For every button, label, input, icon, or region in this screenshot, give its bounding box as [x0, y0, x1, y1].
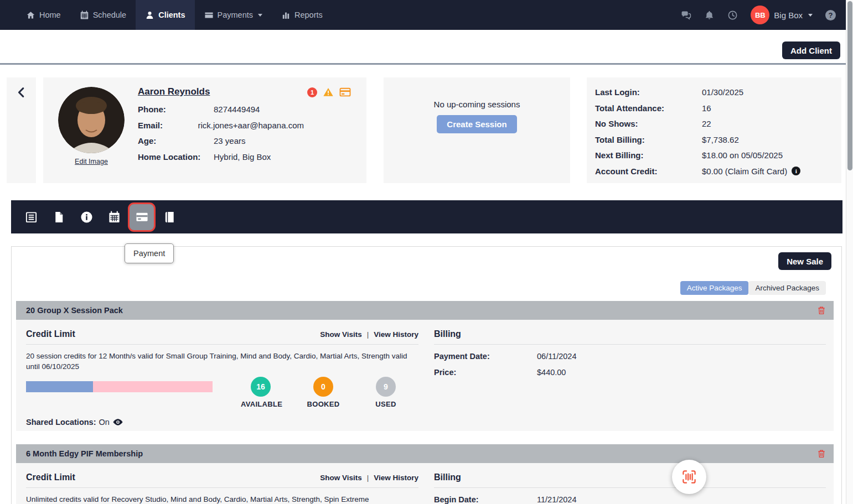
credit-limit-section: Credit Limit Show Visits|View History Un…: [26, 472, 418, 504]
billing-value: $440.00: [537, 368, 566, 377]
home-icon: [26, 11, 35, 20]
client-stats-card: Last Login: 01/30/2025 Total Attendance:…: [587, 77, 841, 183]
tab-overview[interactable]: [17, 200, 45, 233]
package-card: 20 Group X Session Pack Credit Limit Sho…: [16, 301, 834, 431]
nav-item-home[interactable]: Home: [17, 0, 70, 30]
billing-row: Begin Date: 11/21/2024: [434, 495, 826, 504]
client-field-row: Phone: 8274449494: [138, 105, 304, 115]
chat-icon[interactable]: [681, 10, 691, 20]
nav-item-schedule[interactable]: Schedule: [70, 0, 136, 30]
package-tabs: Active Packages Archived Packages: [680, 281, 826, 295]
clock-icon[interactable]: [727, 10, 738, 20]
stat-row: Account Credit: $0.00 (Claim Gift Card): [595, 166, 833, 176]
tab-payment[interactable]: [128, 200, 156, 233]
create-session-button[interactable]: Create Session: [437, 115, 516, 133]
nav-item-reports[interactable]: Reports: [272, 0, 332, 30]
info-icon: [80, 211, 93, 224]
calendar-icon: [80, 11, 89, 20]
barcode-scan-icon: [681, 469, 697, 485]
tab-archived-packages[interactable]: Archived Packages: [748, 281, 826, 295]
calendar-icon: [108, 211, 121, 224]
package-title: 20 Group X Session Pack: [26, 306, 123, 315]
back-button[interactable]: [7, 77, 36, 183]
link-separator: |: [362, 330, 374, 339]
show-visits-link[interactable]: Show Visits: [320, 474, 362, 482]
link-separator: |: [362, 474, 374, 482]
client-field-row: Age: 23 years: [138, 136, 304, 147]
add-client-button[interactable]: Add Client: [782, 41, 840, 59]
divider: [26, 344, 418, 345]
client-name-link[interactable]: Aaron Reynolds: [138, 86, 210, 97]
delete-package-icon[interactable]: [817, 306, 826, 315]
stat-row: Total Attendance: 16: [595, 103, 833, 113]
view-history-link[interactable]: View History: [374, 330, 418, 339]
tab-notes[interactable]: [156, 200, 183, 233]
stat-value: $0.00 (Claim Gift Card): [702, 166, 787, 176]
nav-item-payments[interactable]: Payments: [195, 0, 272, 30]
eye-icon[interactable]: [112, 417, 123, 428]
stat-row: Total Billing: $7,738.62: [595, 134, 833, 145]
account-menu[interactable]: BB Big Box: [751, 6, 813, 24]
warning-icon[interactable]: [323, 87, 334, 97]
credit-card-icon: [204, 11, 214, 20]
stat-label: Next Billing:: [595, 150, 702, 160]
credit-limit-title: Credit Limit: [26, 472, 75, 482]
nav-item-label: Clients: [158, 11, 185, 19]
field-label: Age:: [138, 136, 214, 147]
tab-schedule[interactable]: [100, 200, 128, 233]
billing-label: Begin Date:: [434, 495, 537, 504]
tab-info[interactable]: [73, 200, 100, 233]
stat-label: Account Credit:: [595, 166, 702, 176]
stat-value: $7,738.62: [702, 134, 739, 145]
list-icon: [25, 211, 38, 224]
used-badge: 9 USED: [366, 377, 406, 408]
show-visits-link[interactable]: Show Visits: [320, 330, 362, 339]
credit-limit-section: Credit Limit Show Visits|View History 20…: [26, 329, 418, 428]
package-header: 20 Group X Session Pack: [16, 301, 834, 320]
field-label: Phone:: [138, 105, 214, 115]
stat-row: Next Billing: $18.00 on 05/05/2025: [595, 150, 833, 160]
stat-label: No Shows:: [595, 118, 702, 129]
new-sale-button[interactable]: New Sale: [778, 252, 831, 270]
info-icon[interactable]: [792, 167, 800, 175]
credit-card-orange-icon[interactable]: [339, 87, 351, 97]
usage-row: 16 AVAILABLE 0 BOOKED 9 USED: [26, 377, 418, 408]
available-label: AVAILABLE: [241, 400, 281, 408]
barcode-scan-button[interactable]: [672, 460, 706, 494]
tab-active-packages[interactable]: Active Packages: [680, 281, 749, 295]
client-fields: Phone: 8274449494 Email: rick.jones+aar@…: [138, 105, 304, 162]
credit-limit-title: Credit Limit: [26, 329, 75, 339]
stat-row: Last Login: 01/30/2025: [595, 87, 833, 97]
notification-badge[interactable]: 1: [307, 87, 317, 97]
view-history-link[interactable]: View History: [374, 474, 418, 482]
nav-item-clients[interactable]: Clients: [136, 0, 194, 30]
divider: [26, 487, 418, 488]
payment-tooltip: Payment: [125, 243, 174, 263]
stat-value: 16: [702, 103, 711, 113]
scrollbar-thumb[interactable]: [847, 1, 852, 170]
available-count: 16: [251, 377, 271, 397]
package-card: 6 Month Edgy PIF Membership Credit Limit…: [16, 444, 834, 504]
billing-title: Billing: [434, 472, 461, 482]
sessions-card: No up-coming sessions Create Session: [384, 77, 570, 183]
bell-icon[interactable]: [704, 10, 715, 20]
help-icon[interactable]: [825, 10, 836, 20]
nav-item-label: Schedule: [93, 11, 126, 19]
package-title: 6 Month Edgy PIF Membership: [26, 449, 143, 458]
shared-locations-label: Shared Locations:: [26, 418, 96, 427]
client-details: Aaron Reynolds Phone: 8274449494 Email: …: [138, 86, 304, 168]
shared-locations-value: On: [99, 418, 110, 427]
selected-tab-highlight: [128, 202, 156, 232]
billing-value: 11/21/2024: [537, 495, 577, 504]
tab-documents[interactable]: [45, 200, 73, 233]
divider: [434, 487, 826, 488]
caret-down-icon: [808, 14, 813, 19]
edit-image-link[interactable]: Edit Image: [75, 158, 108, 165]
top-nav: Home Schedule Clients Payments Reports B…: [0, 0, 853, 30]
field-value: Hybrid, Big Box: [214, 152, 271, 163]
booked-badge: 0 BOOKED: [303, 377, 343, 408]
client-alert-icons: 1: [307, 87, 351, 97]
available-badge: 16 AVAILABLE: [241, 377, 281, 408]
delete-package-icon[interactable]: [817, 449, 826, 459]
progress-fill: [26, 381, 93, 392]
